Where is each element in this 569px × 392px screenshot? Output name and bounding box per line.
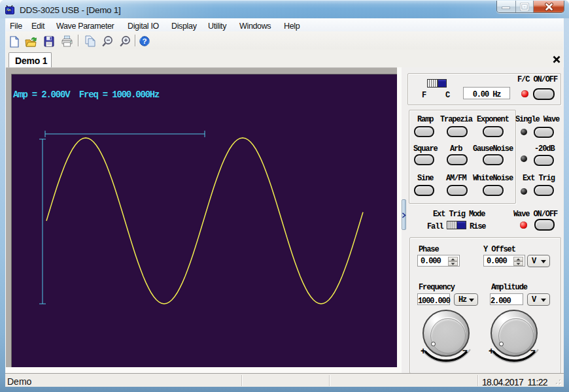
svg-text:?: ? [142, 37, 147, 45]
